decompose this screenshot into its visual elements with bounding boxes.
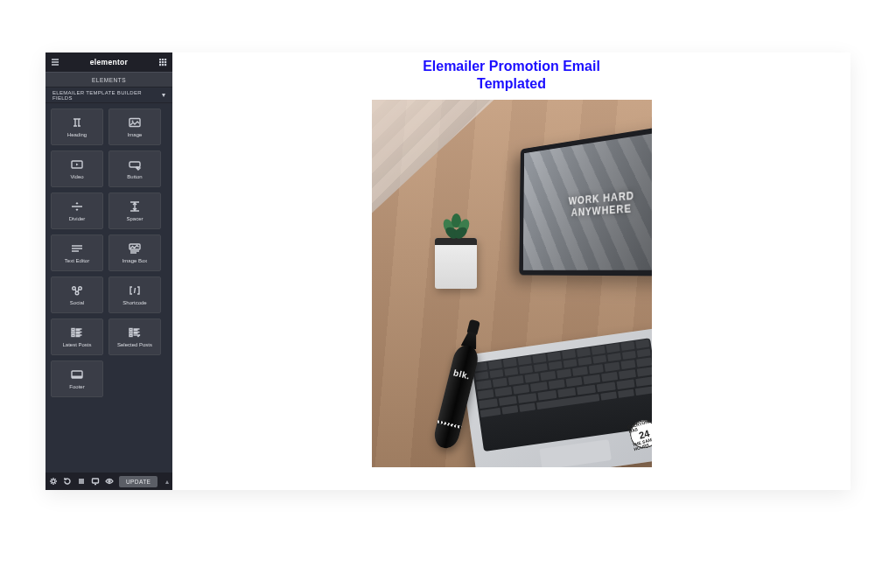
image-icon: [128, 116, 142, 129]
button-icon: [128, 158, 142, 171]
svg-rect-6: [159, 64, 161, 66]
tab-elements[interactable]: ELEMENTS: [46, 72, 172, 88]
widget-label: Shortcode: [122, 300, 146, 305]
widget-text-editor[interactable]: Text Editor: [51, 234, 103, 271]
shortcode-icon: [128, 284, 142, 297]
footer-icon: [70, 368, 84, 381]
email-hero-image[interactable]: WORK HARD ANYWHERE EVERYONE HAS: [372, 100, 652, 467]
email-title-line2: Templated: [372, 75, 652, 93]
widget-footer[interactable]: Footer: [51, 360, 103, 397]
chevron-down-icon: ▾: [162, 91, 165, 99]
email-title-line1: Elemailer Promotion Email: [372, 58, 652, 75]
widget-image[interactable]: Image: [108, 108, 161, 145]
svg-rect-12: [130, 162, 140, 167]
history-icon[interactable]: [63, 477, 72, 486]
svg-rect-19: [72, 335, 74, 337]
svg-rect-20: [130, 329, 132, 331]
widget-label: Social: [70, 300, 84, 305]
widget-spacer[interactable]: Spacer: [108, 192, 161, 229]
video-icon: [70, 158, 84, 171]
widget-label: Video: [70, 174, 83, 179]
hero-plant: [444, 214, 470, 240]
settings-icon[interactable]: [49, 477, 58, 486]
svg-rect-2: [164, 59, 166, 60]
tab-elements-label: ELEMENTS: [92, 77, 126, 83]
svg-rect-3: [159, 61, 161, 63]
editor-canvas[interactable]: Elemailer Promotion Email Templated WORK…: [172, 52, 850, 490]
widget-label: Latest Posts: [62, 342, 91, 347]
svg-rect-1: [162, 59, 164, 60]
social-icon: [70, 284, 84, 297]
widget-grid: HeadingImageVideoButtonDividerSpacerText…: [46, 103, 172, 472]
widget-latest-posts[interactable]: Latest Posts: [51, 318, 103, 355]
svg-point-16: [75, 291, 79, 295]
widget-label: Text Editor: [65, 258, 89, 263]
widget-video[interactable]: Video: [51, 150, 103, 187]
hero-trackpad: [539, 439, 612, 467]
responsive-icon[interactable]: [91, 477, 100, 486]
svg-rect-4: [162, 61, 164, 63]
svg-rect-26: [93, 479, 99, 483]
svg-rect-21: [130, 332, 132, 333]
widget-social[interactable]: Social: [51, 276, 103, 313]
widget-selected-posts[interactable]: Selected Posts: [108, 318, 161, 355]
widget-label: Spacer: [126, 216, 143, 221]
svg-rect-8: [164, 64, 166, 66]
widget-button[interactable]: Button: [108, 150, 161, 187]
svg-rect-17: [72, 329, 74, 331]
hero-keyboard: [471, 338, 651, 452]
selected-posts-icon: [128, 326, 142, 339]
widget-image-box[interactable]: Image Box: [108, 234, 161, 271]
section-header[interactable]: ELEMAILER TEMPLATE BUILDER FIELDS ▾: [46, 88, 172, 103]
widget-label: Heading: [67, 132, 87, 137]
svg-point-25: [52, 480, 55, 483]
widget-label: Footer: [69, 384, 84, 389]
svg-point-10: [132, 121, 134, 122]
divider-icon: [70, 200, 84, 213]
section-title: ELEMAILER TEMPLATE BUILDER FIELDS: [52, 90, 162, 101]
svg-rect-22: [130, 335, 132, 337]
widget-label: Button: [127, 174, 142, 179]
widget-label: Divider: [69, 216, 86, 221]
text-editor-icon: [70, 242, 84, 255]
widget-label: Image: [128, 132, 143, 137]
elementor-sidebar: elementor ELEMENTS ELEMAILER TEMPLATE BU…: [46, 52, 172, 490]
sidebar-footer: UPDATE ▴: [46, 472, 172, 490]
revisions-icon[interactable]: [77, 477, 86, 486]
preview-icon[interactable]: [105, 477, 114, 486]
widget-label: Selected Posts: [117, 342, 152, 347]
widget-shortcode[interactable]: Shortcode: [108, 276, 161, 313]
svg-rect-0: [159, 59, 161, 60]
apps-grid-icon[interactable]: [158, 58, 167, 66]
svg-point-27: [108, 480, 110, 482]
widget-heading[interactable]: Heading: [51, 108, 103, 145]
svg-rect-18: [72, 332, 74, 333]
heading-icon: [70, 116, 84, 129]
update-more-icon[interactable]: ▴: [164, 475, 169, 487]
widget-label: Image Box: [122, 258, 148, 263]
latest-posts-icon: [70, 326, 84, 339]
image-box-icon: [128, 242, 142, 255]
hamburger-icon[interactable]: [51, 58, 60, 66]
svg-rect-7: [162, 64, 164, 66]
hero-plant-pot: [435, 238, 477, 289]
app-window: elementor ELEMENTS ELEMAILER TEMPLATE BU…: [46, 52, 850, 490]
svg-rect-5: [164, 61, 166, 63]
brand-label: elementor: [90, 58, 128, 66]
sidebar-header: elementor: [46, 52, 172, 72]
email-heading-block[interactable]: Elemailer Promotion Email Templated: [372, 58, 652, 93]
svg-rect-24: [72, 376, 82, 379]
widget-divider[interactable]: Divider: [51, 192, 103, 229]
update-button[interactable]: UPDATE: [119, 476, 158, 487]
spacer-icon: [128, 200, 142, 213]
